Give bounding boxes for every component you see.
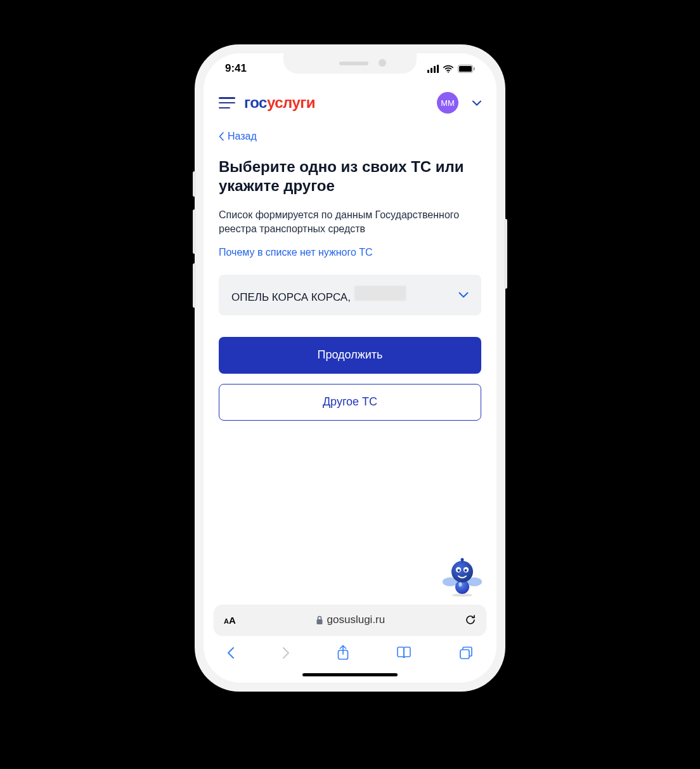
svg-rect-15 <box>316 619 322 624</box>
svg-point-14 <box>459 582 462 587</box>
back-label: Назад <box>228 131 257 142</box>
wifi-icon <box>443 65 454 73</box>
vehicle-select[interactable]: ОПЕЛЬ КОРСА КОРСА, <box>219 275 481 315</box>
svg-point-7 <box>451 561 473 582</box>
browser-forward-icon[interactable] <box>282 646 290 660</box>
side-button <box>193 209 196 254</box>
back-link[interactable]: Назад <box>219 131 481 142</box>
side-button <box>504 219 507 289</box>
bookmarks-icon[interactable] <box>396 646 412 660</box>
logo: госуслуги <box>244 94 315 112</box>
svg-point-3 <box>452 594 472 597</box>
avatar[interactable]: ММ <box>437 92 458 114</box>
home-indicator[interactable] <box>302 673 398 676</box>
address-bar[interactable]: AA gosuslugi.ru <box>214 605 486 635</box>
logo-part1: гос <box>244 94 267 111</box>
app-header: госуслуги ММ <box>219 84 481 122</box>
safari-address-area: AA gosuslugi.ru <box>204 605 496 635</box>
phone-frame: 9:41 <box>195 44 505 692</box>
screen: 9:41 <box>204 53 496 683</box>
notch <box>283 53 417 74</box>
vehicle-select-value: ОПЕЛЬ КОРСА КОРСА, <box>231 291 351 304</box>
chevron-down-icon[interactable] <box>472 100 481 106</box>
assistant-icon[interactable] <box>442 556 483 597</box>
tabs-icon[interactable] <box>458 645 474 661</box>
status-time: 9:41 <box>225 62 247 75</box>
other-vehicle-button[interactable]: Другое ТС <box>219 384 481 421</box>
svg-rect-17 <box>460 650 469 659</box>
svg-rect-1 <box>459 66 472 72</box>
svg-point-12 <box>461 558 464 562</box>
safari-toolbar <box>204 635 496 671</box>
lock-icon <box>316 615 323 625</box>
svg-point-10 <box>458 569 460 572</box>
side-button <box>193 171 196 197</box>
svg-point-11 <box>465 569 467 572</box>
why-missing-link[interactable]: Почему в списке нет нужного ТС <box>219 247 481 258</box>
url-text: gosuslugi.ru <box>327 614 386 626</box>
svg-rect-2 <box>474 67 475 70</box>
browser-back-icon[interactable] <box>226 646 235 660</box>
side-button <box>193 263 196 308</box>
chevron-left-icon <box>219 132 224 141</box>
chevron-down-icon <box>458 292 469 298</box>
app-content: госуслуги ММ Назад Выберите одно из свои… <box>204 84 496 605</box>
continue-button[interactable]: Продолжить <box>219 337 481 374</box>
battery-icon <box>458 65 475 73</box>
text-size-button[interactable]: AA <box>224 615 236 626</box>
redacted-text <box>354 286 406 301</box>
logo-part2: услуги <box>267 94 315 111</box>
share-icon[interactable] <box>336 645 350 661</box>
page-title: Выберите одно из своих ТС или укажите др… <box>219 157 481 195</box>
cellular-signal-icon <box>427 65 439 73</box>
page-description: Список формируется по данным Государстве… <box>219 208 481 237</box>
reload-icon[interactable] <box>465 614 476 626</box>
menu-icon[interactable] <box>219 97 235 108</box>
